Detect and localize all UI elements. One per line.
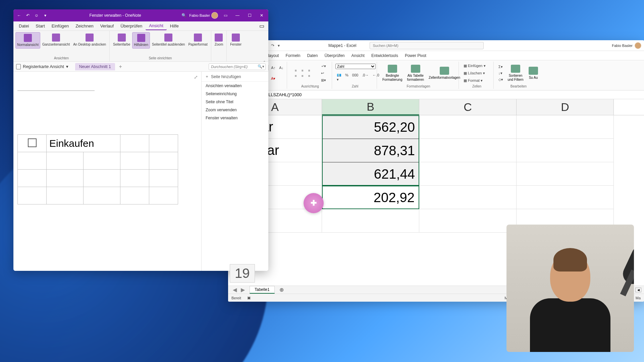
menu-zeichnen[interactable]: Zeichnen bbox=[72, 22, 97, 30]
cell-b3[interactable]: 621,44 bbox=[322, 162, 419, 186]
cell-c3[interactable] bbox=[419, 162, 517, 186]
excel-user-account[interactable]: Fabio Basler bbox=[612, 42, 641, 49]
col-header-d[interactable]: D bbox=[517, 99, 614, 115]
menu-formeln[interactable]: Formeln bbox=[282, 52, 304, 59]
page-item-fenster-verwalten[interactable]: Fenster verwalten bbox=[202, 114, 268, 122]
checkbox-cell[interactable] bbox=[18, 135, 47, 152]
empty-cell[interactable] bbox=[149, 187, 178, 204]
page-canvas[interactable]: ⤢ Einkaufen bbox=[13, 72, 201, 271]
align-mid-icon[interactable]: ≡ bbox=[300, 68, 306, 73]
thousands-icon[interactable]: 000 bbox=[351, 72, 360, 82]
empty-cell[interactable] bbox=[47, 152, 84, 170]
section-tab[interactable]: Neuer Abschnitt 1 bbox=[75, 63, 115, 70]
close-icon[interactable]: ✕ bbox=[257, 11, 266, 20]
back-icon[interactable]: ← bbox=[15, 12, 23, 19]
add-section-button[interactable]: + bbox=[116, 63, 125, 70]
align-right-icon[interactable]: ≡ bbox=[306, 73, 312, 78]
percent-icon[interactable]: % bbox=[344, 72, 350, 82]
onenote-user-account[interactable]: Fabio Basler bbox=[189, 12, 218, 19]
search-title-icon[interactable]: 🔍 bbox=[181, 13, 186, 18]
decrease-font-icon[interactable]: A↓ bbox=[278, 65, 285, 70]
empty-cell[interactable] bbox=[18, 170, 47, 187]
insert-cells-button[interactable]: ▦ Einfügen ▾ bbox=[462, 63, 491, 69]
formula-input[interactable] bbox=[253, 92, 642, 98]
seitentitel-ausblenden-button[interactable]: Seitentitel ausblenden bbox=[151, 32, 186, 48]
menu-powerpivot[interactable]: Power Pivot bbox=[401, 52, 430, 59]
empty-cell[interactable] bbox=[120, 152, 149, 170]
page-item-seiteneinrichtung[interactable]: Seiteneinrichtung bbox=[202, 90, 268, 98]
fenster-button[interactable]: Fenster bbox=[229, 32, 243, 48]
redo-icon[interactable]: ↷ bbox=[269, 42, 276, 49]
ganzseitenansicht-button[interactable]: Ganzseitenansicht bbox=[41, 32, 71, 48]
empty-cell[interactable] bbox=[84, 170, 120, 187]
currency-icon[interactable]: 💶▾ bbox=[335, 72, 343, 82]
menu-entwicklertools[interactable]: Entwicklertools bbox=[368, 52, 401, 59]
clear-icon[interactable]: ◇▾ bbox=[497, 77, 504, 82]
menu-hilfe[interactable]: Hilfe bbox=[167, 22, 182, 30]
font-color-icon[interactable]: A▾ bbox=[270, 76, 277, 81]
page-item-ansichten-verwalten[interactable]: Ansichten verwalten bbox=[202, 82, 268, 90]
alignment-buttons[interactable]: ≡≡≡ ≡≡≡ bbox=[293, 68, 312, 78]
qat-dropdown-icon[interactable]: ▾ bbox=[276, 42, 281, 49]
maximize-icon[interactable]: ☐ bbox=[245, 11, 254, 20]
menu-daten[interactable]: Daten bbox=[304, 52, 321, 59]
zoom-button[interactable]: Zoom bbox=[213, 32, 225, 48]
cell-b4[interactable]: 202,92 bbox=[322, 186, 419, 209]
checkbox-icon[interactable] bbox=[28, 138, 37, 147]
col-header-b[interactable]: B bbox=[322, 99, 419, 115]
empty-cell[interactable] bbox=[84, 187, 120, 204]
page-item-zoom-verwenden[interactable]: Zoom verwenden bbox=[202, 106, 268, 114]
conditional-formatting-button[interactable]: Bedingte Formatierung bbox=[380, 62, 404, 84]
number-format-select[interactable]: Zahl bbox=[335, 64, 376, 69]
an-desktop-andocken-button[interactable]: An Desktop andocken bbox=[72, 32, 107, 48]
menu-ansicht[interactable]: Ansicht bbox=[146, 22, 167, 30]
empty-cell[interactable] bbox=[149, 135, 178, 152]
empty-cell[interactable] bbox=[47, 170, 84, 187]
inc-decimal-icon[interactable]: .0→ bbox=[361, 72, 370, 82]
normalansicht-button[interactable]: Normalansicht bbox=[15, 32, 40, 49]
align-left-icon[interactable]: ≡ bbox=[293, 73, 299, 78]
hilfslinien-button[interactable]: Hilfslinien bbox=[132, 32, 150, 49]
note-table[interactable]: Einkaufen bbox=[17, 134, 178, 204]
align-bot-icon[interactable]: ≡ bbox=[306, 68, 312, 73]
papierformat-button[interactable]: Papierformat bbox=[187, 32, 209, 48]
cell-d2[interactable] bbox=[517, 139, 614, 162]
format-cells-button[interactable]: ▦ Format ▾ bbox=[462, 78, 491, 83]
find-select-button[interactable]: Su Au bbox=[527, 62, 540, 84]
menu-überprüfen[interactable]: Überprüfen bbox=[321, 52, 348, 59]
notebook-dropdown[interactable]: Registerkarte Ansicht ▾ bbox=[16, 64, 68, 69]
cell-c2[interactable] bbox=[419, 139, 517, 162]
col-header-c[interactable]: C bbox=[419, 99, 517, 115]
cell-c4[interactable] bbox=[419, 186, 517, 209]
sort-filter-button[interactable]: Sortieren und Filtern bbox=[505, 62, 526, 84]
page-item-seite-ohne-titel[interactable]: Seite ohne Titel bbox=[202, 98, 268, 106]
align-top-icon[interactable]: ≡ bbox=[293, 68, 299, 73]
orientation-icon[interactable]: ⤶▾ bbox=[320, 63, 327, 69]
cell-b2[interactable]: 878,31 bbox=[322, 139, 419, 162]
ribbon-mode-icon[interactable]: ▭ bbox=[257, 22, 266, 30]
empty-cell[interactable] bbox=[84, 152, 120, 170]
text-cell[interactable]: Einkaufen bbox=[47, 135, 120, 152]
onenote-search-input[interactable] bbox=[209, 63, 266, 70]
sheet-nav-prev-icon[interactable]: ◀ bbox=[231, 286, 239, 294]
empty-cell[interactable] bbox=[149, 152, 178, 170]
menu-einfügen[interactable]: Einfügen bbox=[48, 22, 72, 30]
undo-icon[interactable]: ↶ bbox=[24, 12, 32, 19]
menu-ansicht[interactable]: Ansicht bbox=[348, 52, 368, 59]
empty-cell[interactable] bbox=[120, 187, 149, 204]
minimize-icon[interactable]: — bbox=[233, 11, 242, 20]
empty-cell[interactable] bbox=[47, 187, 84, 204]
record-macro-icon[interactable]: ▣ bbox=[247, 296, 251, 300]
empty-cell[interactable] bbox=[18, 187, 47, 204]
seitenfarbe-button[interactable]: Seitenfarbe bbox=[112, 32, 131, 48]
add-page-button[interactable]: ＋ Seite hinzufügen bbox=[202, 72, 268, 82]
hscroll-left-icon[interactable]: ◀ bbox=[635, 288, 641, 292]
qat-more-icon[interactable]: ▾ bbox=[42, 12, 49, 19]
cell-styles-button[interactable]: Zellenformatvorlagen bbox=[427, 62, 462, 84]
menu-start[interactable]: Start bbox=[32, 22, 48, 30]
expand-page-icon[interactable]: ⤢ bbox=[194, 74, 198, 80]
window-half-icon[interactable]: ▭ bbox=[221, 11, 230, 20]
increase-font-icon[interactable]: A↑ bbox=[270, 65, 277, 70]
cell-c1[interactable] bbox=[419, 115, 517, 139]
menu-verlauf[interactable]: Verlauf bbox=[97, 22, 117, 30]
